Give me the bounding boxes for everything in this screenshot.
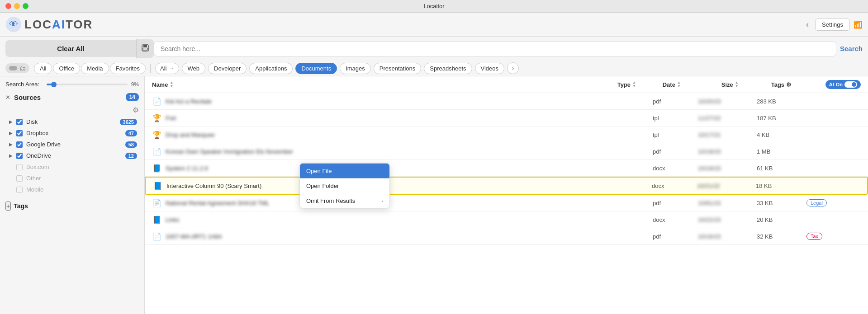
search-area-percent: 9% [131,81,139,88]
tab-all-left[interactable]: All [34,63,52,74]
scroll-right-button[interactable]: › [507,62,519,74]
ai-state-label: On [836,82,843,87]
svg-rect-3 [143,45,147,47]
minimize-button[interactable] [14,3,20,9]
col-header-name[interactable]: Name ▲▼ [152,81,617,88]
svg-rect-4 [143,48,147,50]
back-chevron-button[interactable]: ‹ [803,19,811,30]
tab-web[interactable]: Web [182,63,206,74]
file-tags: Tax [806,233,861,240]
gdrive-checkbox[interactable] [16,141,23,148]
maximize-button[interactable] [23,3,28,9]
type-sort-arrows: ▲▼ [632,81,636,88]
tab-applications[interactable]: Applications [249,63,293,74]
sources-close-button[interactable]: ✕ [5,94,10,101]
source-item-onedrive: ▶ OneDrive 12 [7,150,139,161]
tab-documents[interactable]: Documents [295,63,337,74]
file-size: 18 KB [756,183,806,189]
file-row[interactable]: 🏆 Fret tpl 11/27/22 187 KB [145,110,868,127]
expand-gdrive-arrow[interactable]: ▶ [9,142,13,147]
file-size: 32 KB [757,233,806,240]
ctx-open-file[interactable]: Open File [300,164,389,178]
tab-media[interactable]: Media [81,63,109,74]
left-filter-tabs: All Office Media Favorites [34,63,146,74]
tab-developer[interactable]: Developer [208,63,247,74]
expand-onedrive-arrow[interactable]: ▶ [9,153,13,158]
clear-all-area: Clear All [0,39,154,58]
file-row-highlighted[interactable]: 📘 Interactive Column 90 (Scary Smart) do… [145,177,868,195]
ctx-open-folder[interactable]: Open Folder [300,178,389,193]
col-header-tags[interactable]: Tags ⚙ [771,81,825,88]
sidebar: Search Area: 9% ✕ Sources 14 ⚙ ▶ [0,76,145,314]
sources-gear-button[interactable]: ⚙ [133,106,139,114]
ctx-omit-from-results[interactable]: Omit From Results › [300,193,389,208]
source-item-disk: ▶ Disk 3625 [7,116,139,127]
disk-checkbox[interactable] [16,119,23,125]
disk-label: Disk [26,118,116,125]
search-button[interactable]: Search [840,45,863,52]
file-size: 283 KB [757,98,806,105]
file-name: Kid Act a Recitale [166,98,653,105]
search-row: Clear All Search [0,37,868,61]
source-item-mobile: ▶ Mobile [7,184,139,195]
file-row[interactable]: 📘 Links docx 10/22/23 20 KB [145,211,868,228]
col-header-date[interactable]: Date ▲▼ [663,81,721,88]
search-area-row: Search Area: 9% [5,81,139,88]
tab-spreadsheets[interactable]: Spreadsheets [424,63,472,74]
tags-title: Tags [14,202,28,210]
expand-disk-arrow[interactable]: ▶ [9,119,13,124]
main-content: Search Area: 9% ✕ Sources 14 ⚙ ▶ [0,76,868,314]
source-item-other: ▶ Other [7,173,139,184]
file-type: pdf [653,98,698,105]
tab-images[interactable]: Images [340,63,371,74]
col-header-size[interactable]: Size ▲▼ [721,81,771,88]
tags-expand-button[interactable]: + [5,202,11,211]
tab-videos[interactable]: Videos [475,63,505,74]
file-row[interactable]: 📄 National Rental Agreement SHA18 TML pd… [145,195,868,211]
file-size: 187 KB [757,115,806,122]
tags-settings-icon[interactable]: ⚙ [786,81,792,88]
tag-tax: Tax [806,233,822,240]
file-size: 4 KB [757,131,806,138]
chevron-right-icon: › [512,65,514,72]
gdrive-count: 58 [125,141,137,148]
col-header-type[interactable]: Type ▲▼ [617,81,663,88]
file-row[interactable]: 📄 1007-WA-0RT1 1A8A pdf 10/16/23 32 KB T… [145,228,868,245]
disk-count: 3625 [120,119,137,125]
save-search-button[interactable] [136,39,154,58]
tab-favorites[interactable]: Favorites [110,63,146,74]
ctx-submenu-arrow: › [381,198,383,203]
file-type: pdf [653,148,698,155]
file-date: 10/20/23 [698,98,757,105]
file-row[interactable]: 📘 System 2 11.2.6 docx 10/18/23 61 KB [145,160,868,177]
file-date: 10/81/23 [698,200,757,206]
svg-text:👁: 👁 [9,19,18,29]
close-button[interactable] [5,3,11,9]
search-area-slider[interactable] [47,84,128,85]
file-name: Links [166,216,653,223]
file-row[interactable]: 📄 Korean Dam Speaker Immigration Els Nov… [145,143,868,160]
date-sort-arrows: ▲▼ [677,81,681,88]
source-item-google-drive: ▶ Google Drive 58 [7,139,139,150]
tab-office[interactable]: Office [53,63,80,74]
file-icon: 📄 [152,146,162,156]
file-date: 10/17/21 [698,131,757,138]
file-size: 61 KB [757,165,806,172]
file-name: National Rental Agreement SHA18 TML [166,200,653,206]
search-area-label: Search Area: [5,81,39,88]
ai-toggle[interactable]: AI On [825,80,861,89]
onedrive-checkbox[interactable] [16,153,23,159]
tab-presentations[interactable]: Presentations [374,63,422,74]
file-row[interactable]: 🏆 Drop and Marquee tpl 10/17/21 4 KB [145,127,868,143]
column-headers: Name ▲▼ Type ▲▼ Date ▲▼ Size ▲▼ Tags ⚙ [145,76,868,93]
expand-dropbox-arrow[interactable]: ▶ [9,131,13,136]
dropbox-checkbox[interactable] [16,130,23,136]
file-row[interactable]: 📄 Kid Act a Recitale pdf 10/20/23 283 KB [145,93,868,110]
settings-button[interactable]: Settings [815,19,850,31]
view-toggle[interactable]: 🗂 [5,63,29,73]
file-date: 11/27/22 [698,115,757,122]
gdrive-label: Google Drive [26,141,122,148]
tab-all-right[interactable]: All → [155,63,179,74]
clear-all-button[interactable]: Clear All [5,40,136,57]
search-input[interactable] [161,45,830,52]
